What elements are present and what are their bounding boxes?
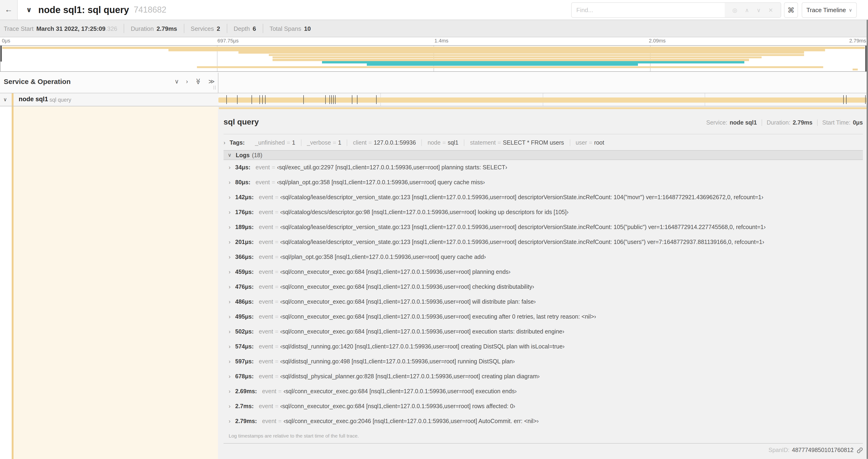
span-detail-title: sql query [223,118,259,127]
log-marker[interactable] [303,95,304,104]
log-entry[interactable]: ›80μs:event=‹sql/plan_opt.go:358 [nsql1,… [223,175,863,190]
log-entry[interactable]: ›34μs:event=‹sql/exec_util.go:2297 [nsql… [223,160,863,175]
chevron-right-icon: › [229,164,230,171]
tags-accordion[interactable]: › Tags: _unfinished=1 _verbose=1 client=… [223,137,863,148]
log-entry[interactable]: ›142μs:event=‹sql/catalog/lease/descript… [223,190,863,205]
log-entry[interactable]: ›189μs:event=‹sql/catalog/lease/descript… [223,220,863,235]
log-entry[interactable]: ›459μs:event=‹sql/conn_executor_exec.go:… [223,264,863,280]
log-marker[interactable] [843,95,844,104]
vertical-scrollbar[interactable] [867,20,868,459]
log-marker[interactable] [333,95,334,104]
log-timestamp: 201μs: [235,239,254,245]
log-marker[interactable] [251,95,252,104]
log-marker[interactable] [331,95,332,104]
minimap-span [269,54,804,56]
log-entry[interactable]: ›366μs:event=‹sql/plan_opt.go:358 [nsql1… [223,250,863,264]
chevron-down-icon: ∨ [26,6,32,14]
log-timestamp: 2.79ms: [235,418,257,424]
trace-collapse-toggle[interactable]: ∨ [26,0,32,20]
service-color-strip [12,93,13,106]
expand-all-icon[interactable]: ≫ [208,78,215,85]
minimap-span [2,47,865,49]
span-row[interactable]: ∨ node sql1 sql query [0,93,868,106]
expand-one-icon[interactable]: › [186,78,188,85]
log-value: ‹sql/exec_util.go:2297 [nsql1,client=127… [277,164,507,171]
log-entry[interactable]: ›502μs:event=‹sql/conn_executor_exec.go:… [223,324,863,339]
log-entry[interactable]: ›201μs:event=‹sql/catalog/lease/descript… [223,235,863,250]
log-entry[interactable]: ›574μs:event=‹sql/distsql_running.go:142… [223,339,863,354]
log-marker[interactable] [265,95,266,104]
logs-accordion-header[interactable]: ∨ Logs (18) [223,150,863,160]
chevron-right-icon: › [229,269,230,275]
log-value: ‹sql/conn_executor_exec.go:684 [nsql1,cl… [280,328,564,335]
span-duration-bar[interactable] [218,97,867,102]
detail-span-bar[interactable] [219,107,867,109]
detail-service: Service:node sql1 [702,120,762,126]
log-marker[interactable] [259,95,260,104]
log-marker[interactable] [262,95,263,104]
link-icon[interactable] [857,447,863,453]
trace-duration: Duration2.79ms [124,24,184,33]
log-value: ‹sql/plan_opt.go:358 [nsql1,client=127.0… [277,179,485,186]
log-entry[interactable]: ›176μs:event=‹sql/catalog/descs/descript… [223,205,863,220]
log-entry[interactable]: ›2.79ms:event=‹sql/conn_executor_exec.go… [223,414,863,429]
log-value: ‹sql/catalog/lease/descriptor_version_st… [280,239,764,245]
log-entry[interactable]: ›476μs:event=‹sql/conn_executor_exec.go:… [223,280,863,294]
minimap-tick-labels: 0μs 697.75μs 1.4ms 2.09ms 2.79ms [0,37,868,45]
log-marker[interactable] [335,95,336,104]
chevron-right-icon: › [229,209,230,216]
timeline-header-row: Service & Operation ∨ › ≫ ≫ || 0μs 697.7… [0,73,868,93]
tick-label: 0μs [2,38,10,43]
log-marker[interactable] [325,95,326,104]
span-id-value: 4877749850101760812 [792,447,854,453]
log-list: ›34μs:event=‹sql/exec_util.go:2297 [nsql… [223,160,863,429]
locate-icon[interactable]: ◎ [733,7,737,13]
log-timestamp: 459μs: [235,269,254,275]
log-timestamp: 495μs: [235,314,254,320]
chevron-right-icon: › [229,284,230,290]
chevron-right-icon: › [229,224,230,230]
log-entry[interactable]: ›486μs:event=‹sql/conn_executor_exec.go:… [223,294,863,309]
log-marker[interactable] [357,95,358,104]
log-marker[interactable] [376,95,376,104]
trace-minimap[interactable] [0,45,867,72]
keyboard-shortcuts-button[interactable]: ⌘ [784,2,798,18]
next-match-icon[interactable]: ∨ [757,7,761,13]
log-value: ‹sql/conn_executor_exec.go:684 [nsql1,cl… [280,314,596,320]
span-row-timeline [218,93,867,106]
prev-match-icon[interactable]: ∧ [745,7,749,13]
column-resize-handle[interactable]: || [213,85,216,90]
log-marker[interactable] [329,95,330,104]
log-entry[interactable]: ›495μs:event=‹sql/conn_executor_exec.go:… [223,309,863,324]
find-controls: ◎ ∧ ∨ ✕ [725,3,781,17]
collapse-children-icon[interactable]: ∨ [3,97,7,103]
collapse-all-icon[interactable]: ≫ [195,78,201,85]
chevron-right-icon: › [229,373,230,380]
log-entry[interactable]: ›2.69ms:event=‹sql/conn_executor_exec.go… [223,384,863,399]
chevron-right-icon: › [229,254,230,260]
find-bar: ◎ ∧ ∨ ✕ [571,2,781,18]
log-marker[interactable] [865,95,866,104]
chevron-right-icon: › [223,139,225,146]
back-arrow-icon: ← [5,5,12,14]
log-marker[interactable] [846,95,846,104]
log-entry[interactable]: ›678μs:event=‹sql/distsql_physical_plann… [223,369,863,384]
page-title: node sql1: sql query7418682 [38,0,166,20]
collapse-one-icon[interactable]: ∨ [175,78,179,85]
log-entry[interactable]: ›2.7ms:event=‹sql/conn_executor_exec.go:… [223,399,863,414]
log-entry[interactable]: ›597μs:event=‹sql/distsql_running.go:498… [223,354,863,369]
log-marker[interactable] [352,95,352,104]
minimap-left-scrubber[interactable] [0,46,2,62]
log-value: ‹sql/distsql_running.go:498 [nsql1,clien… [280,358,515,365]
minimap-span [273,59,749,61]
chevron-right-icon: › [229,239,230,245]
log-marker[interactable] [237,95,238,104]
view-selector-button[interactable]: Trace Timeline ∨ [802,2,857,18]
find-input[interactable] [572,3,725,17]
clear-find-icon[interactable]: ✕ [768,7,773,13]
log-marker[interactable] [226,95,226,104]
tick-label: 1.4ms [434,38,448,43]
span-id-label: SpanID: [768,447,789,453]
back-button[interactable]: ← [0,0,18,20]
chevron-right-icon: › [229,388,230,395]
